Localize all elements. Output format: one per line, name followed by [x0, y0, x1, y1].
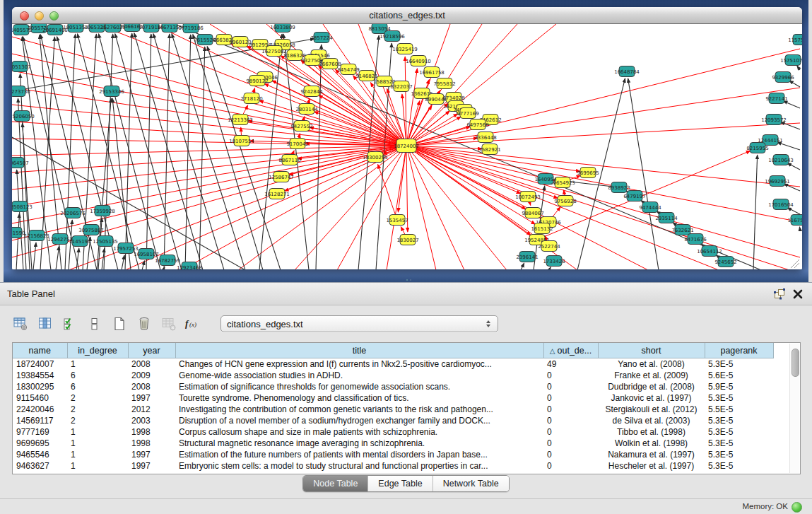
teal-node[interactable]: 28508123: [12, 201, 33, 212]
table-cell[interactable]: Wolkin et al. (1998): [598, 438, 705, 449]
teal-node[interactable]: 12505135: [93, 236, 118, 247]
table-cell[interactable]: 1: [67, 438, 128, 449]
table-cell[interactable]: de Silva et al. (2003): [598, 415, 705, 426]
yellow-node[interactable]: 9777169: [457, 108, 478, 119]
teal-node[interactable]: 6479197: [623, 191, 645, 201]
table-cell[interactable]: 14569117: [13, 415, 67, 426]
teal-node[interactable]: 29153346: [99, 86, 124, 97]
teal-node[interactable]: 12273730: [12, 86, 30, 97]
table-cell[interactable]: 19384554: [13, 370, 67, 381]
teal-node[interactable]: 9227141: [765, 93, 787, 104]
teal-node[interactable]: 9245652: [714, 257, 736, 267]
yellow-node[interactable]: 16961758: [419, 67, 445, 78]
new-column-button[interactable]: [110, 315, 129, 333]
column-header-year[interactable]: year: [128, 343, 175, 358]
column-header-pagerank[interactable]: pagerank: [705, 343, 773, 358]
teal-node[interactable]: 16648784: [614, 66, 640, 77]
column-header-name[interactable]: name: [13, 343, 67, 358]
table-cell[interactable]: 18724007: [13, 358, 67, 370]
teal-node[interactable]: 12923468: [177, 262, 202, 270]
yellow-node[interactable]: 8960123: [229, 37, 251, 47]
table-cell[interactable]: 0: [543, 460, 598, 472]
table-cell[interactable]: 2009: [128, 370, 175, 381]
yellow-node[interactable]: 2803144: [295, 104, 318, 115]
tab-node-table[interactable]: Node Table: [303, 476, 367, 491]
table-cell[interactable]: Embryonic stem cells: a model to study s…: [175, 460, 543, 472]
node-table[interactable]: name in_degree year title △out_de... sho…: [13, 343, 774, 472]
table-cell[interactable]: 0: [543, 415, 598, 426]
table-cell[interactable]: Stergiakouli et al. (2012): [598, 404, 705, 415]
teal-node[interactable]: 2396141: [516, 252, 538, 262]
table-row[interactable]: 969969511998Structural magnetic resonanc…: [13, 438, 773, 449]
yellow-node[interactable]: 1830027: [396, 235, 418, 245]
table-cell[interactable]: 5.3E-5: [705, 415, 773, 426]
table-cell[interactable]: 5.6E-5: [705, 370, 773, 381]
table-cell[interactable]: Investigating the contribution of common…: [175, 404, 543, 415]
yellow-node[interactable]: 9699695: [577, 168, 599, 178]
yellow-node[interactable]: 7582921: [478, 144, 500, 155]
table-cell[interactable]: 0: [543, 438, 598, 449]
table-row[interactable]: 1830029562008Estimation of significance …: [13, 381, 773, 392]
teal-node[interactable]: 8215955: [746, 143, 768, 153]
table-cell[interactable]: 1997: [128, 460, 175, 472]
table-cell[interactable]: 2: [67, 404, 128, 415]
network-canvas[interactable]: 1872400776638228960123891295418226058162…: [12, 24, 802, 269]
table-row[interactable]: 911546021997Tourette syndrome. Phenomeno…: [13, 392, 773, 404]
table-row[interactable]: 946362711997Embryonic stem cells: a mode…: [13, 460, 773, 472]
table-cell[interactable]: 1998: [128, 438, 175, 449]
table-cell[interactable]: 9699695: [13, 438, 67, 449]
teal-node[interactable]: 2051307: [12, 62, 31, 72]
table-cell[interactable]: 1: [67, 460, 128, 472]
yellow-node[interactable]: 2336448: [474, 132, 496, 143]
table-cell[interactable]: 5.3E-5: [705, 358, 773, 370]
table-cell[interactable]: Yano et al. (2008): [598, 358, 705, 370]
table-cell[interactable]: Tibbo et al. (1998): [598, 426, 705, 438]
close-panel-icon[interactable]: [792, 288, 804, 300]
table-row[interactable]: 1456911722003Disruption of a novel membe…: [13, 415, 773, 426]
table-cell[interactable]: 0: [543, 381, 598, 392]
teal-node[interactable]: 1733426: [543, 256, 565, 267]
teal-node[interactable]: 1145194: [69, 236, 91, 247]
vertical-scrollbar[interactable]: [789, 344, 799, 473]
table-cell[interactable]: 0: [543, 370, 598, 381]
teal-node[interactable]: 8938923: [608, 182, 630, 193]
table-cell[interactable]: Changes of HCN gene expression and I(f) …: [175, 358, 543, 370]
split-pane-handle[interactable]: [405, 279, 412, 281]
teal-node[interactable]: 9474444: [639, 202, 661, 213]
table-cell[interactable]: 0: [543, 426, 598, 438]
teal-node[interactable]: 21064507: [12, 158, 29, 168]
yellow-node[interactable]: 12586747: [269, 172, 294, 182]
table-cell[interactable]: 1: [67, 449, 128, 460]
table-cell[interactable]: 9463627: [13, 460, 67, 472]
yellow-node[interactable]: 8867110: [278, 155, 300, 165]
teal-node[interactable]: 9331590: [12, 228, 25, 238]
teal-node[interactable]: 17719186: [178, 24, 204, 33]
column-header-in-degree[interactable]: in_degree: [67, 343, 128, 358]
yellow-node[interactable]: 6497568: [466, 119, 488, 130]
column-header-short[interactable]: short: [598, 343, 705, 358]
yellow-node[interactable]: 9884067: [522, 208, 543, 218]
delete-column-button[interactable]: [135, 315, 153, 333]
yellow-node[interactable]: 2522744: [538, 241, 560, 252]
table-cell[interactable]: 2012: [128, 404, 175, 415]
citation-network-graph[interactable]: 1872400776638228960123891295418226058162…: [12, 24, 802, 269]
yellow-node[interactable]: 8322037: [390, 81, 412, 92]
yellow-node[interactable]: 7955812: [433, 78, 455, 89]
teal-node[interactable]: 17016504: [768, 199, 794, 210]
table-cell[interactable]: 5.3E-5: [705, 392, 773, 404]
table-cell[interactable]: Hescheler et al. (1997): [598, 460, 705, 472]
table-cell[interactable]: 18300295: [13, 381, 67, 392]
yellow-node[interactable]: 18325419: [392, 44, 418, 54]
table-cell[interactable]: Disruption of a novel member of a sodium…: [175, 415, 543, 426]
table-row[interactable]: 977716911998Corpus callosum shape and si…: [13, 426, 773, 438]
table-cell[interactable]: 49: [543, 358, 598, 370]
teal-node[interactable]: 7615526: [194, 35, 216, 45]
yellow-node[interactable]: 9890127: [246, 76, 268, 86]
yellow-node[interactable]: 18724007: [394, 139, 419, 153]
window-titlebar[interactable]: citations_edges.txt: [12, 7, 802, 24]
table-cell[interactable]: Corpus callosum shape and size in male p…: [175, 426, 543, 438]
table-cell[interactable]: 5.3E-5: [705, 426, 773, 438]
yellow-node[interactable]: 9170042: [286, 139, 308, 149]
table-mode-button[interactable]: [11, 315, 30, 333]
table-cell[interactable]: 0: [543, 404, 598, 415]
